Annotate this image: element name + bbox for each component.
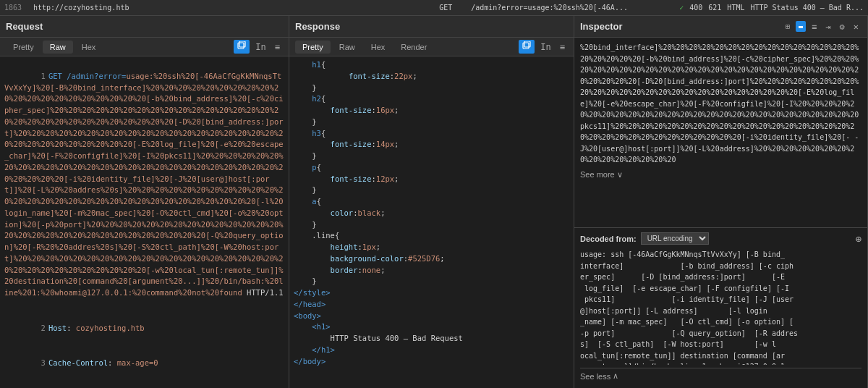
tab-response-render[interactable]: Render [393, 41, 434, 54]
response-status: 400 [689, 4, 702, 12]
response-tab-bar: Pretty Raw Hex Render In ≡ [289, 38, 574, 56]
tab-request-hex[interactable]: Hex [75, 41, 103, 54]
request-line-3: 3Cache-Control: max-age=0 [4, 346, 284, 380]
svg-rect-0 [238, 43, 244, 48]
svg-rect-1 [239, 41, 245, 47]
inspector-close[interactable]: ✕ [851, 20, 861, 33]
response-icon-wrap[interactable]: In [537, 41, 553, 54]
request-line-1: 1GET /admin?error=usage:%20ssh%20[-46AaC… [4, 59, 284, 311]
response-title: Response [295, 21, 568, 32]
response-body: h1{ font-size:22px; } h2{ font-size:16px… [294, 59, 569, 367]
request-tab-icons: In ≡ [234, 40, 283, 54]
chevron-down-icon: ∨ [617, 169, 623, 181]
decoded-section: Decoded from: URL encoding ⊕ usage: ssh … [574, 227, 867, 388]
request-check: ✓ [679, 4, 684, 12]
decode-format-select[interactable]: URL encoding [641, 232, 709, 245]
request-icon-copy[interactable] [234, 40, 250, 54]
response-icon-copy[interactable] [519, 40, 535, 54]
inspector-icon-1[interactable]: ⊞ [783, 21, 793, 32]
response-info: HTTP Status 400 – Bad R... [750, 4, 864, 12]
inspector-encoded: %20bind_interface]%20%20%20%20%20%20%20%… [574, 38, 867, 227]
see-more-button[interactable]: See more ∨ [580, 166, 861, 184]
line-num-2: 2 [41, 324, 46, 332]
inspector-panel-header: Inspector ⊞ ▬ ≡ ⇥ ⚙ ✕ [574, 16, 867, 38]
inspector-icon-4[interactable]: ⇥ [822, 20, 833, 33]
response-icon-menu[interactable]: ≡ [557, 41, 568, 54]
response-content: h1{ font-size:22px; } h2{ font-size:16px… [289, 56, 574, 388]
response-panel: Response Pretty Raw Hex Render In ≡ h1{ … [289, 16, 574, 388]
svg-rect-3 [524, 41, 530, 47]
main-panels: Request Pretty Raw Hex In ≡ 1GET /admin?… [0, 16, 868, 388]
inspector-encoded-text: %20bind_interface]%20%20%20%20%20%20%20%… [580, 42, 861, 166]
request-icon-menu[interactable]: ≡ [272, 41, 283, 54]
inspector-icon-5[interactable]: ⚙ [837, 20, 848, 33]
request-method: GET [439, 4, 465, 12]
top-bar: 1863 http://cozyhosting.htb GET /admin?e… [0, 0, 868, 16]
request-path: /admin?error=usage:%20ssh%20[-46A... [471, 4, 673, 12]
inspector-icon-2[interactable]: ▬ [796, 21, 806, 32]
line-num-1: 1 [41, 72, 46, 80]
chevron-up-icon: ∧ [613, 371, 618, 381]
response-tab-icons: In ≡ [519, 40, 568, 54]
response-size: 621 [708, 4, 721, 12]
request-panel-header: Request [0, 16, 289, 38]
response-type: HTML [727, 4, 744, 12]
decoded-header: Decoded from: URL encoding ⊕ [580, 232, 861, 245]
request-panel: Request Pretty Raw Hex In ≡ 1GET /admin?… [0, 16, 289, 388]
response-panel-header: Response [289, 16, 574, 38]
request-content: 1GET /admin?error=usage:%20ssh%20[-46AaC… [0, 56, 289, 388]
inspector-icon-3[interactable]: ≡ [809, 20, 820, 33]
request-host: http://cozyhosting.htb [33, 4, 433, 12]
request-tab-bar: Pretty Raw Hex In ≡ [0, 38, 289, 56]
tab-request-raw[interactable]: Raw [43, 41, 73, 54]
decoded-add-icon[interactable]: ⊕ [856, 233, 861, 245]
request-icon-wrap[interactable]: In [252, 41, 268, 54]
see-less-button[interactable]: See less ∧ [580, 368, 861, 384]
tab-response-hex[interactable]: Hex [364, 41, 393, 54]
decoded-text: usage: ssh [-46AaCfGgKkMNnqsTtVvXxYy] [-… [580, 249, 861, 365]
svg-rect-2 [523, 43, 529, 48]
tab-response-raw[interactable]: Raw [332, 41, 362, 54]
tab-response-pretty[interactable]: Pretty [295, 41, 331, 54]
request-title: Request [6, 21, 283, 32]
request-num: 1863 [4, 4, 27, 12]
inspector-panel: Inspector ⊞ ▬ ≡ ⇥ ⚙ ✕ %20bind_interface]… [574, 16, 868, 388]
request-line-4: 4Upgrade-Insecure-Requests: 1 [4, 380, 284, 388]
decoded-label: Decoded from: [580, 235, 637, 243]
inspector-title: Inspector [580, 21, 783, 32]
request-line-2: 2Host: cozyhosting.htb [4, 312, 284, 346]
line-num-3: 3 [41, 358, 46, 367]
tab-request-pretty[interactable]: Pretty [6, 41, 41, 54]
